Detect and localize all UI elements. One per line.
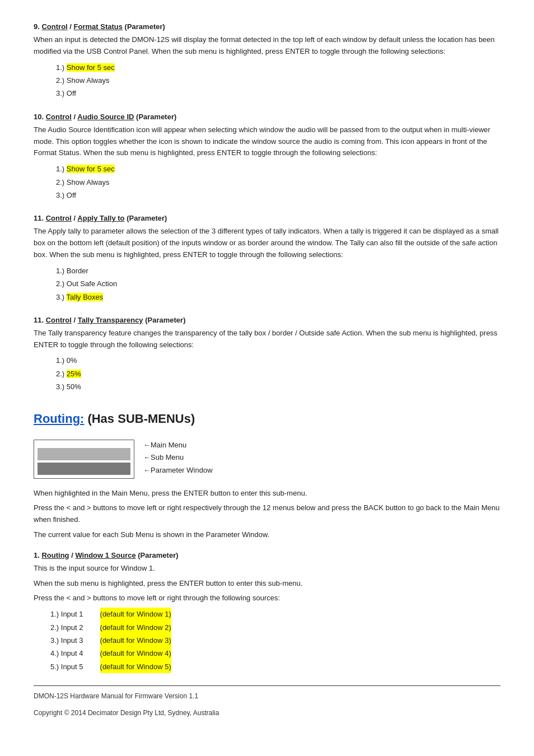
section-10-link2[interactable]: Audio Source ID bbox=[77, 113, 134, 121]
list-item: 2.) Show Always bbox=[56, 74, 500, 87]
page-container: 9. Control / Format Status (Parameter) W… bbox=[0, 0, 534, 741]
section-11a-list: 1.) Border 2.) Out Safe Action 3.) Tally… bbox=[56, 264, 500, 304]
list-num: 2.) bbox=[56, 76, 67, 85]
list-text: Tally Boxes bbox=[67, 293, 104, 301]
list-text: 25% bbox=[67, 370, 81, 378]
list-item: 1.) Input 1 (default for Window 1) bbox=[50, 608, 500, 620]
list-num: 3.) bbox=[56, 382, 67, 391]
list-num: 1.) Input 1 bbox=[50, 608, 83, 620]
section-r1-list: 1.) Input 1 (default for Window 1) 2.) I… bbox=[50, 608, 500, 673]
section-r1-num: 1. bbox=[34, 551, 40, 559]
list-text: (default for Window 1) bbox=[100, 608, 171, 620]
section-routing-1: 1. Routing / Window 1 Source (Parameter)… bbox=[34, 551, 500, 673]
list-num: 3.) bbox=[56, 89, 67, 97]
section-9-num: 9. bbox=[34, 22, 40, 31]
footer-line1: DMON-12S Hardware Manual for Firmware Ve… bbox=[34, 690, 500, 703]
submenu-bar-bottom bbox=[38, 463, 130, 475]
list-num: 5.) Input 5 bbox=[50, 660, 83, 673]
section-9-link1[interactable]: Control bbox=[41, 22, 67, 31]
list-text: Show for 5 sec bbox=[67, 165, 115, 173]
list-item: 2.) Input 2 (default for Window 2) bbox=[50, 621, 500, 634]
section-r1-body1: This is the input source for Window 1. bbox=[34, 563, 500, 575]
list-num: 4.) Input 4 bbox=[50, 647, 83, 660]
list-item: 5.) Input 5 (default for Window 5) bbox=[50, 660, 500, 673]
list-num: 2.) bbox=[56, 279, 67, 288]
list-text: 0% bbox=[67, 356, 77, 365]
section-9-title: 9. Control / Format Status (Parameter) bbox=[34, 22, 500, 31]
routing-desc-2: Press the < and > buttons to move left o… bbox=[34, 502, 500, 526]
list-text: (default for Window 2) bbox=[100, 621, 171, 634]
section-r1-body2: When the sub menu is highlighted, press … bbox=[34, 578, 500, 590]
list-item: 2.) Out Safe Action bbox=[56, 277, 500, 290]
submenu-label-2: ←Sub Menu bbox=[143, 452, 213, 464]
list-item: 1.) Border bbox=[56, 264, 500, 277]
section-11b-sep: / bbox=[74, 316, 78, 324]
list-text: Out Safe Action bbox=[67, 279, 117, 288]
list-num: 3.) bbox=[56, 293, 67, 301]
section-11b-title: 11. Control / Tally Transparency (Parame… bbox=[34, 316, 500, 324]
footer-divider bbox=[34, 685, 500, 686]
section-r1-param: (Parameter) bbox=[138, 551, 178, 559]
section-routing-1-title: 1. Routing / Window 1 Source (Parameter) bbox=[34, 551, 500, 559]
routing-heading-link[interactable]: Routing: bbox=[34, 412, 84, 426]
list-num: 1.) bbox=[56, 267, 67, 275]
section-r1-link1[interactable]: Routing bbox=[41, 551, 69, 559]
list-num: 2.) bbox=[56, 178, 67, 186]
list-item: 2.) Show Always bbox=[56, 176, 500, 189]
section-11a-link2[interactable]: Apply Tally to bbox=[77, 214, 124, 222]
list-item: 1.) 0% bbox=[56, 354, 500, 367]
section-10-num: 10. bbox=[34, 113, 44, 121]
section-9-param: (Parameter) bbox=[125, 22, 165, 31]
section-10: 10. Control / Audio Source ID (Parameter… bbox=[34, 113, 500, 202]
section-10-body: The Audio Source Identification icon wil… bbox=[34, 124, 500, 159]
section-10-link1[interactable]: Control bbox=[46, 113, 72, 121]
submenu-visual bbox=[34, 440, 134, 479]
list-item: 3.) Off bbox=[56, 189, 500, 202]
list-num: 2.) bbox=[56, 370, 67, 378]
routing-desc-3: The current value for each Sub Menu is s… bbox=[34, 529, 500, 541]
list-item: 3.) Off bbox=[56, 87, 500, 100]
list-item: 3.) 50% bbox=[56, 380, 500, 393]
list-item: 1.) Show for 5 sec bbox=[56, 61, 500, 74]
section-10-list: 1.) Show for 5 sec 2.) Show Always 3.) O… bbox=[56, 162, 500, 202]
footer-line2: Copyright © 2014 Decimator Design Pty Lt… bbox=[34, 707, 500, 720]
list-text: (default for Window 3) bbox=[100, 634, 171, 647]
section-11a-num: 11. bbox=[34, 214, 44, 222]
list-text: Show Always bbox=[67, 178, 110, 186]
submenu-label-1: ←Main Menu bbox=[143, 440, 213, 451]
list-num: 3.) bbox=[56, 191, 67, 199]
list-item: 4.) Input 4 (default for Window 4) bbox=[50, 647, 500, 660]
section-10-title: 10. Control / Audio Source ID (Parameter… bbox=[34, 113, 500, 121]
section-9-link2[interactable]: Format Status bbox=[74, 22, 123, 31]
list-text: 50% bbox=[67, 382, 81, 391]
section-9: 9. Control / Format Status (Parameter) W… bbox=[34, 22, 500, 100]
list-item: 3.) Input 3 (default for Window 3) bbox=[50, 634, 500, 647]
section-11b-param: (Parameter) bbox=[145, 316, 185, 324]
section-11b-num: 11. bbox=[34, 316, 44, 324]
list-num: 1.) bbox=[56, 165, 67, 173]
section-r1-link2[interactable]: Window 1 Source bbox=[75, 551, 135, 559]
routing-desc-1: When highlighted in the Main Menu, press… bbox=[34, 488, 500, 500]
list-num: 1.) bbox=[56, 356, 67, 365]
section-9-sep: / bbox=[69, 22, 73, 31]
routing-heading-container: Routing: (Has SUB-MENUs) bbox=[34, 406, 500, 432]
list-item: 1.) Show for 5 sec bbox=[56, 162, 500, 175]
section-11b-body: The Tally transparency feature changes t… bbox=[34, 328, 500, 351]
list-text: Off bbox=[67, 191, 76, 199]
list-text: Show Always bbox=[67, 76, 110, 85]
list-num: 2.) Input 2 bbox=[50, 621, 83, 634]
list-text: Border bbox=[67, 267, 88, 275]
submenu-bar-top bbox=[38, 448, 130, 460]
list-text: (default for Window 4) bbox=[100, 647, 171, 660]
list-text: Off bbox=[67, 89, 76, 97]
section-11b: 11. Control / Tally Transparency (Parame… bbox=[34, 316, 500, 394]
section-11a-body: The Apply tally to parameter allows the … bbox=[34, 226, 500, 260]
section-11a-param: (Parameter) bbox=[127, 214, 167, 222]
list-num: 1.) bbox=[56, 63, 67, 72]
section-11b-link1[interactable]: Control bbox=[46, 316, 72, 324]
section-11b-link2[interactable]: Tally Transparency bbox=[78, 316, 143, 324]
section-11a-title: 11. Control / Apply Tally to (Parameter) bbox=[34, 214, 500, 222]
section-11a-link1[interactable]: Control bbox=[46, 214, 72, 222]
list-text: (default for Window 5) bbox=[100, 660, 171, 673]
section-9-body: When an input is detected the DMON-12S w… bbox=[34, 34, 500, 58]
